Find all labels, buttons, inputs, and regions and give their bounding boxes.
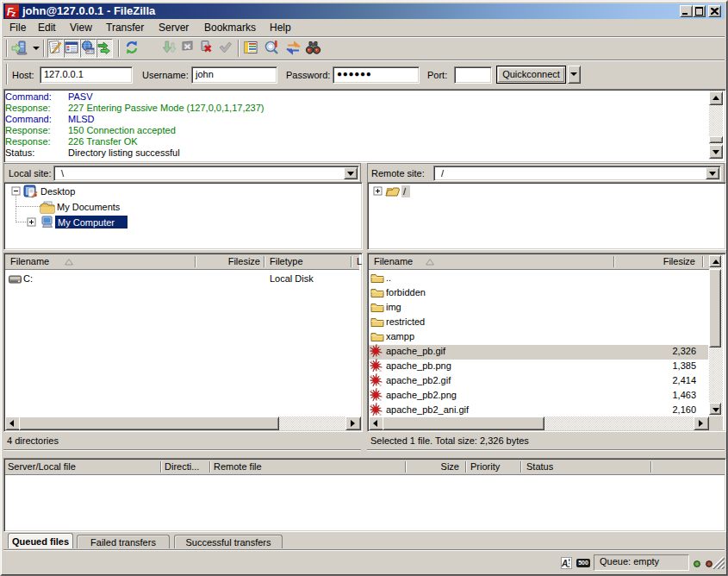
svg-text:img: img	[386, 302, 401, 312]
svg-text:1,463: 1,463	[672, 390, 696, 400]
svg-text:xampp: xampp	[386, 331, 414, 341]
svg-text:apache_pb2.gif: apache_pb2.gif	[386, 375, 451, 385]
svg-text:..: ..	[386, 272, 391, 283]
svg-text:2,414: 2,414	[672, 375, 696, 385]
svg-text:1,385: 1,385	[672, 360, 696, 371]
svg-text:forbidden: forbidden	[386, 287, 426, 297]
svg-text:Desktop: Desktop	[40, 186, 75, 197]
svg-text:restricted: restricted	[386, 316, 425, 327]
svg-text:apache_pb.png: apache_pb.png	[386, 360, 451, 371]
svg-text:apache_pb.gif: apache_pb.gif	[386, 346, 446, 356]
svg-text:2,160: 2,160	[672, 404, 696, 415]
svg-text:My Computer: My Computer	[58, 217, 115, 228]
svg-text:apache_pb2_ani.gif: apache_pb2_ani.gif	[386, 404, 470, 415]
svg-text:z: z	[11, 9, 16, 18]
svg-text:My Documents: My Documents	[57, 202, 121, 212]
svg-text:2,326: 2,326	[672, 346, 696, 356]
svg-text:apache_pb2.png: apache_pb2.png	[386, 390, 457, 400]
